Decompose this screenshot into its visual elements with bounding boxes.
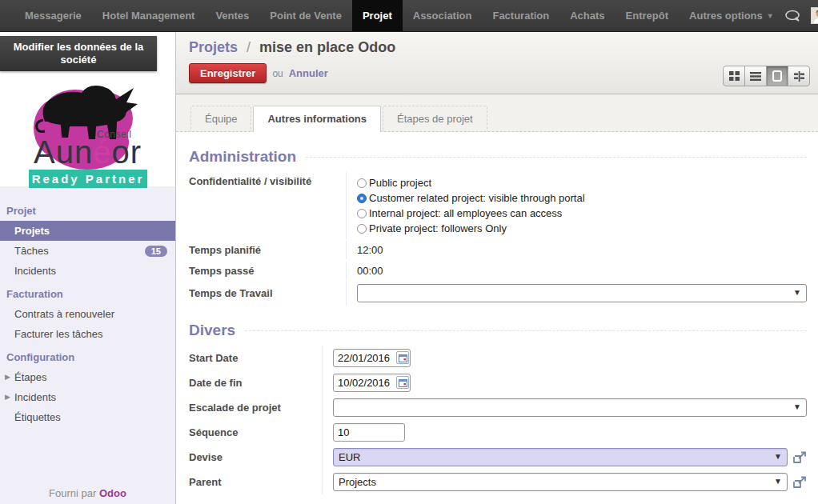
powered-by-footer: Fourni par Odoo [0, 487, 175, 499]
privacy-radio-group: Public project Customer related project:… [346, 172, 807, 239]
escalation-label: Escalade de projet [189, 398, 322, 417]
working-time-select[interactable]: ▼ [357, 284, 807, 302]
parent-select[interactable]: Projects ▼ [333, 473, 788, 491]
radio-option-public[interactable]: Public project [357, 175, 807, 190]
sidebar-item-incidents[interactable]: Incidents [0, 261, 175, 281]
sequence-row: Séquence [189, 420, 807, 445]
odoo-link[interactable]: Odoo [99, 487, 126, 499]
chevron-right-icon[interactable]: ▶ [5, 393, 10, 401]
tab-equipe[interactable]: Équipe [190, 106, 251, 131]
cancel-link[interactable]: Annuler [289, 67, 328, 79]
chat-bubble-icon[interactable] [784, 10, 801, 22]
radio-button[interactable] [357, 209, 367, 218]
escalation-select[interactable]: ▼ [333, 398, 807, 417]
gantt-view-icon[interactable] [788, 66, 810, 86]
external-link-icon[interactable] [793, 451, 807, 464]
chevron-right-icon[interactable]: ▶ [5, 373, 10, 381]
save-button[interactable]: Enregistrer [189, 63, 267, 83]
nav-ventes[interactable]: Ventes [205, 0, 259, 31]
topbar-right-tools: admin ▼ [784, 0, 818, 31]
tab-etapes-de-projet[interactable]: Étapes de projet [383, 106, 487, 131]
currency-select-value: EUR [339, 451, 360, 463]
breadcrumb-projets-link[interactable]: Projets [189, 39, 238, 55]
privacy-label: Confidentialité / visibilité [189, 172, 346, 190]
form-view-icon[interactable] [766, 66, 788, 86]
sidebar-item-facturer-taches[interactable]: Facturer les tâches [0, 324, 175, 344]
notebook-tabs: Équipe Autres informations Étapes de pro… [176, 94, 818, 132]
list-view-icon[interactable] [744, 66, 767, 86]
brand-part-accent: é [93, 134, 111, 170]
working-time-label: Temps de Travail [189, 284, 346, 302]
radio-button[interactable] [357, 194, 367, 203]
currency-label: Devise [189, 448, 322, 466]
radio-label: Customer related project: visible throug… [369, 192, 585, 204]
taches-count-badge: 15 [145, 246, 167, 257]
breadcrumb-current: mise en place Odoo [259, 39, 395, 55]
nav-achats[interactable]: Achats [559, 0, 615, 31]
nav-messagerie[interactable]: Messagerie [14, 0, 92, 31]
section-divers: Divers [189, 322, 807, 339]
sidebar-item-projets[interactable]: Projets [0, 221, 175, 241]
edit-company-button[interactable]: Modifier les données de la société [0, 36, 157, 71]
chevron-down-icon: ▼ [793, 288, 801, 297]
start-date-widget [333, 349, 411, 367]
radio-button[interactable] [357, 178, 367, 188]
currency-select[interactable]: EUR ▼ [333, 448, 788, 466]
sidebar: Modifier les données de la société Conse… [0, 32, 176, 504]
time-spent-value: 00:00 [346, 262, 807, 280]
sidebar-section-facturation: Facturation [0, 281, 175, 304]
escalation-row: Escalade de projet ▼ [189, 395, 807, 420]
radio-label: Internal project: all employees can acce… [369, 207, 562, 219]
user-avatar[interactable] [811, 7, 818, 24]
main-content: Projets / mise en place Odoo Enregistrer… [176, 32, 818, 504]
nav-association[interactable]: Association [403, 0, 483, 31]
radio-button[interactable] [357, 224, 367, 234]
end-date-label: Date de fin [189, 374, 322, 392]
currency-row: Devise EUR ▼ [189, 445, 807, 470]
brand-part: or [111, 134, 142, 170]
sidebar-section-configuration: Configuration [0, 344, 175, 367]
radio-option-customer[interactable]: Customer related project: visible throug… [357, 190, 807, 206]
sidebar-navigation: Projet Projets 15 Tâches Incidents Factu… [0, 186, 175, 427]
privacy-field-row: Confidentialité / visibilité Public proj… [189, 172, 807, 239]
radio-option-private[interactable]: Private project: followers Only [357, 221, 807, 236]
sequence-input[interactable] [333, 423, 405, 442]
start-date-field [322, 346, 807, 370]
sidebar-item-etiquettes[interactable]: Étiquettes [0, 407, 175, 427]
nav-facturation[interactable]: Facturation [482, 0, 559, 31]
or-label: ou [272, 68, 283, 79]
sidebar-item-label: Étapes [14, 371, 46, 383]
external-link-icon[interactable] [793, 476, 807, 489]
planned-time-row: Temps planifié 12:00 [189, 239, 807, 260]
chevron-down-icon: ▼ [774, 477, 782, 486]
nav-entrepot[interactable]: Entrepôt [616, 0, 679, 31]
radio-label: Private project: followers Only [369, 222, 507, 234]
start-date-row: Start Date [189, 346, 807, 370]
tab-autres-informations[interactable]: Autres informations [253, 106, 381, 132]
nav-hotel-management[interactable]: Hotel Management [92, 0, 206, 31]
view-switcher [723, 66, 810, 86]
calendar-icon[interactable] [396, 351, 409, 364]
top-navigation-bar: Messagerie Hotel Management Ventes Point… [0, 0, 818, 32]
sidebar-section-projet: Projet [0, 198, 175, 221]
kanban-view-icon[interactable] [723, 66, 745, 86]
nav-autres-options[interactable]: Autres options ▼ [679, 0, 784, 31]
chevron-down-icon: ▼ [793, 402, 801, 411]
calendar-icon[interactable] [396, 376, 409, 389]
nav-projet[interactable]: Projet [352, 0, 403, 31]
nav-point-de-vente[interactable]: Point de Vente [259, 0, 352, 31]
ready-partner-banner: Ready Partner [29, 170, 147, 188]
section-title: Divers [189, 322, 235, 339]
radio-option-internal[interactable]: Internal project: all employees can acce… [357, 206, 807, 221]
sidebar-item-etapes[interactable]: ▶ Étapes [0, 367, 175, 387]
powered-by-text: Fourni par [49, 487, 99, 499]
sequence-label: Séquence [189, 423, 322, 442]
nav-autres-options-label: Autres options [689, 10, 763, 22]
logo-brand-text: Aunéor [0, 136, 175, 168]
sidebar-item-taches[interactable]: 15 Tâches [0, 241, 175, 261]
parent-select-value: Projects [339, 476, 376, 488]
sidebar-item-config-incidents[interactable]: ▶ Incidents [0, 387, 175, 407]
section-divider [245, 330, 807, 331]
parent-label: Parent [189, 473, 322, 491]
sidebar-item-contrats[interactable]: Contrats à renouveler [0, 304, 175, 324]
